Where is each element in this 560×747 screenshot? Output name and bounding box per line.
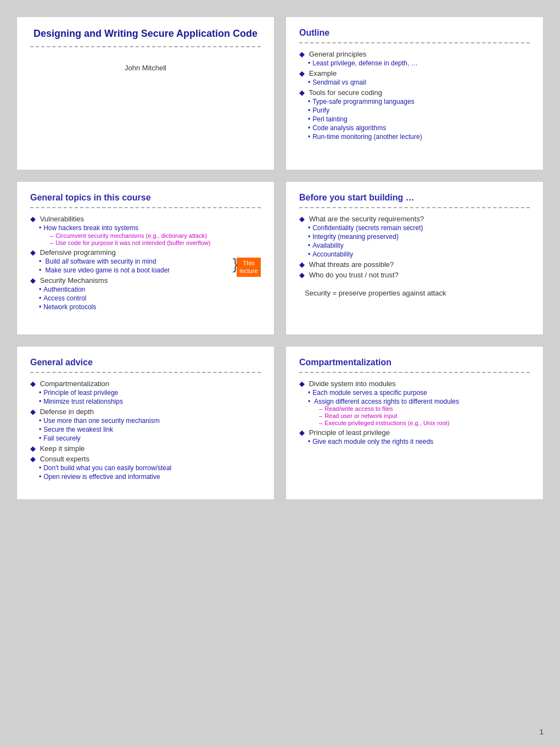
author-name: John Mitchell [30,64,261,72]
compartment-diamond [30,380,38,388]
title-divider [30,46,261,47]
pink-sub-1: Read user or network input [308,412,530,419]
compartment-label: Compartmentalization [40,380,109,388]
keep-simple-label: Keep it simple [40,444,85,453]
defensive-label: Defensive programming [40,248,116,257]
security-req-item: What are the security requirements? Conf… [299,215,530,258]
before-building-title: Before you start building … [299,193,530,203]
security-mech-diamond [30,276,38,285]
outline-subitem-2-0: Type-safe programming languages [308,98,530,105]
general-topics-title: General topics in this course [30,193,261,203]
security-req-diamond [299,215,307,223]
security-mech-label: Security Mechanisms [40,276,108,285]
least-priv-item: Principle of least privilege [39,389,261,397]
title-heading: Designing and Writing Secure Application… [30,28,261,40]
outline-item-1: Example Sendmail vs qmail [299,69,530,86]
outline-subitem-2-4: Run-time monitoring (another lecture) [308,133,530,141]
keep-simple-item: Keep it simple [30,444,261,453]
outline-sublist-1: Sendmail vs qmail [299,79,530,86]
security-mech-sublist: Authentication Access control Network pr… [30,286,261,311]
polp-sublist: Give each module only the rights it need… [299,438,530,445]
each-module-item: Each module serves a specific purpose [308,389,530,397]
divide-system-item: Divide system into modules Each module s… [299,380,530,426]
access-ctrl-item: Access control [39,294,261,302]
divide-system-sublist: Each module serves a specific purpose As… [299,389,530,426]
pink-sub-0: Read/write access to files [308,405,530,412]
defense-depth-item: Defense in depth Use more than one secur… [30,408,261,442]
slide-before-building: Before you start building … What are the… [285,181,544,335]
diamond-icon-2 [299,88,307,97]
slide-general-advice: General advice Compartmentalization Prin… [16,346,275,500]
slide-compartmentalization: Compartmentalization Divide system into … [285,346,544,500]
outline-subitem-2-1: Purify [308,107,530,114]
give-rights-item: Give each module only the rights it need… [308,438,530,445]
general-advice-list: Compartmentalization Principle of least … [30,380,261,481]
outline-subitem-1-0: Sendmail vs qmail [308,79,530,86]
this-lecture-callout: Thislecture [237,258,261,277]
defensive-diamond [30,248,38,257]
slide-general-topics: General topics in this course Vulnerabil… [16,181,275,335]
outline-subitem-2-3: Code analysis algorithms [308,124,530,132]
general-advice-divider [30,372,261,373]
defensive-sub-0: Build all software with security in mind [39,258,228,265]
polp-item: Principle of least privilege Give each m… [299,428,530,445]
availability-item: Availability [308,242,530,249]
defensive-item: Defensive programming Build all software… [30,248,261,274]
compartment-sublist: Principle of least privilege Minimize tr… [30,389,261,405]
pink-sub-2: Execute privileged instructions (e.g., U… [308,420,530,426]
brace-icon: } [233,257,238,272]
vuln-sublist: How hackers break into systems Circumven… [30,224,261,246]
slide-grid: Designing and Writing Secure Application… [16,16,544,500]
integrity-item: Integrity (meaning preserved) [308,233,530,241]
outline-divider [299,42,530,43]
diamond-icon-0 [299,50,307,58]
auth-item: Authentication [39,286,261,293]
outline-sublist-0: Least privilege, defense in depth, … [299,59,530,67]
outline-label-1: Example [309,69,337,77]
slide-outline: Outline General principles Least privile… [285,16,544,170]
vuln-label: Vulnerabilities [40,215,84,223]
compartmentalization-list: Divide system into modules Each module s… [299,380,530,445]
outline-label-2: Tools for secure coding [309,88,382,97]
defense-depth-diamond [30,408,38,416]
defensive-callout-wrap: Build all software with security in mind… [30,258,261,274]
outline-subitem-0-0: Least privilege, defense in depth, … [308,59,530,67]
trust-label: Who do you trust / not trust? [309,271,399,279]
confidentiality-item: Confidentiality (secrets remain secret) [308,224,530,232]
threats-label: What threats are possible? [309,260,394,269]
defense-depth-sublist: Use more than one security mechanism Sec… [30,417,261,442]
security-note: Security = preserve properties against a… [299,289,530,297]
diamond-icon-1 [299,69,307,77]
compartmentalization-divider [299,372,530,373]
vuln-sub-0: How hackers break into systems Circumven… [39,224,261,246]
trust-diamond [299,271,307,279]
consult-experts-sublist: Don't build what you can easily borrow/s… [30,464,261,481]
security-req-label: What are the security requirements? [309,215,424,223]
weakest-link-item: Secure the weakest link [39,426,261,433]
outline-label-0: General principles [309,50,367,58]
consult-experts-label: Consult experts [40,455,89,463]
trust-item: Who do you trust / not trust? [299,271,530,279]
polp-diamond [299,428,307,437]
slide-title: Designing and Writing Secure Application… [16,16,275,170]
consult-experts-item: Consult experts Don't build what you can… [30,455,261,481]
security-req-sublist: Confidentiality (secrets remain secret) … [299,224,530,258]
outline-sublist-2: Type-safe programming languages Purify P… [299,98,530,141]
before-building-divider [299,207,530,208]
general-topics-divider [30,207,261,208]
vuln-subsub-1: Use code for purpose it was not intended… [50,239,261,246]
min-trust-item: Minimize trust relationships [39,398,261,405]
compartment-item: Compartmentalization Principle of least … [30,380,261,405]
defensive-sub-1: Make sure video game is not a boot loade… [39,266,228,274]
net-proto-item: Network protocols [39,303,261,311]
accountability-item: Accountability [308,250,530,258]
outline-item-2: Tools for secure coding Type-safe progra… [299,88,530,141]
consult-experts-diamond [30,455,38,463]
polp-label: Principle of least privilege [309,428,390,437]
outline-list: General principles Least privilege, defe… [299,50,530,141]
assign-rights-item: Assign different access rights to differ… [308,398,530,426]
threats-diamond [299,260,307,269]
vuln-subsub-0: Circumvent security mechanisms (e.g., di… [50,232,261,239]
before-building-list: What are the security requirements? Conf… [299,215,530,279]
vuln-diamond [30,215,38,223]
